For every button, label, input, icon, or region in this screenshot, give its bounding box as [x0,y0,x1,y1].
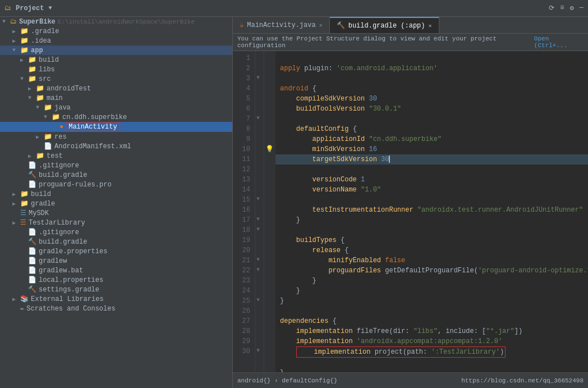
tree-item-src[interactable]: ▼ 📁 src [0,74,232,84]
label: libs [39,66,55,74]
label: .gitignore [39,162,79,170]
lightbulb-gutter: 💡 [264,51,275,372]
folder-icon: 📁 [36,84,44,93]
lib-icon: 📚 [20,295,29,303]
tree-item-settings-gradle[interactable]: 🔨 settings.gradle [0,285,232,294]
project-icon: 🗂 [4,4,11,12]
folder-icon: 📁 [44,103,52,112]
tree-item-package[interactable]: ▼ 📁 cn.ddh.superbike [0,112,232,122]
tree-item-gradle[interactable]: ▶ 📁 .gradle [0,26,232,36]
folder-icon: 📁 [44,133,52,141]
folder-icon: 📁 [20,27,29,35]
folder-icon: 📁 [36,152,44,160]
tab-label-mainactivity: MainActivity.java [247,21,315,29]
open-link[interactable]: Open (Ctrl+... [534,35,584,49]
main-activity-icon: ● [59,123,63,131]
file-icon: 📄 [28,266,36,275]
tree-item-superbike[interactable]: ▼ 🗂 SuperBike E:\install\androidWorkSpac… [0,17,232,26]
label: build [39,56,59,64]
code-editor[interactable]: apply plugin: 'com.android.application' … [275,51,588,372]
top-bar-title: Project [16,4,44,12]
tree-item-scratches[interactable]: ✏ Scratches and Consoles [0,304,232,313]
tree-item-build-root[interactable]: ▶ 📁 build [0,189,232,199]
label: .gitignore [39,229,79,236]
label: gradlew.bat [39,267,83,275]
label: TestJarLibrary [29,219,85,227]
tree-item-external-libraries[interactable]: ▶ 📚 External Libraries [0,294,232,304]
file-icon: 📄 [28,180,36,189]
tree-item-build-gradle-app[interactable]: 🔨 build.gradle [0,170,232,180]
tree-item-testjar[interactable]: ▶ ☰ TestJarLibrary [0,218,232,227]
tab-mainactivity[interactable]: ☕ MainActivity.java ✕ [233,17,330,34]
file-icon: 🔨 [28,285,36,294]
tree-item-proguard[interactable]: 📄 proguard-rules.pro [0,180,232,189]
label: gradlew [39,257,67,265]
gradle-icon: 🔨 [337,21,345,30]
dropdown-arrow[interactable]: ▼ [48,5,52,11]
boxed-line-28: implementation project(path: ':TestJarLi… [296,346,506,358]
settings-icon[interactable]: ≡ [560,4,564,12]
tree-item-java[interactable]: ▼ 📁 java [0,103,232,112]
file-icon: 📄 [28,161,36,170]
tree-item-main[interactable]: ▼ 📁 main [0,93,232,103]
config-icon[interactable]: ⚙ [570,4,574,12]
label: java [54,104,71,112]
tree-item-app[interactable]: ▼ 📁 app [0,45,232,55]
breadcrumb: android{} › defaultConfig{} [237,377,337,384]
label: gradle.properties [39,248,107,255]
label: gradle [31,200,55,208]
label: .gradle [31,28,59,35]
folder-icon: 📁 [28,56,36,64]
label: settings.gradle [39,286,99,294]
tree-item-test[interactable]: ▶ 📁 test [0,151,232,161]
label: src [39,75,51,83]
tree-item-res[interactable]: ▶ 📁 res [0,132,232,141]
label: local.properties [39,276,103,284]
file-icon: 📄 [28,228,36,236]
close-tab-build-gradle[interactable]: ✕ [429,22,432,29]
tree-item-gitignore-app[interactable]: 📄 .gitignore [0,161,232,170]
label: build.gradle [39,171,87,179]
tree-item-idea[interactable]: ▶ 📁 .idea [0,36,232,45]
label: androidTest [47,85,91,93]
label: cn.ddh.superbike [62,113,127,121]
tree-item-mysdk[interactable]: ☰ MySDK [0,208,232,218]
line-numbers: 12345 678910 1112131415 1617181920 21222… [233,51,255,372]
path-superbike: E:\install\androidWorkSpace\SuperBike [58,19,195,25]
label: .idea [31,37,51,45]
folder-icon: 📁 [20,36,29,45]
tree-item-manifest[interactable]: 📄 AndroidManifest.xml [0,141,232,151]
tree-item-mainactivity[interactable]: ● MainActivity [0,122,232,132]
file-icon: 📄 [28,276,36,284]
close-tab-mainactivity[interactable]: ✕ [319,22,323,29]
folder-icon: 📁 [28,65,36,74]
label: build.gradle [39,238,87,246]
tree-item-app-build[interactable]: ▶ 📁 build [0,55,232,65]
label: External Libraries [31,295,104,303]
label: AndroidManifest.xml [54,143,131,150]
tree-item-gradlew[interactable]: 📄 gradlew [0,256,232,266]
tree-item-gitignore-root[interactable]: 📄 .gitignore [0,227,232,237]
tab-build-gradle[interactable]: 🔨 build.gradle (:app) ✕ [330,17,439,34]
project-tree[interactable]: ▼ 🗂 SuperBike E:\install\androidWorkSpac… [0,17,233,388]
tree-item-gradle-root[interactable]: ▶ 📁 gradle [0,199,232,208]
scratches-icon: ✏ [20,304,24,313]
sdk-icon: ☰ [20,209,26,217]
tree-item-gradle-properties[interactable]: 📄 gradle.properties [0,247,232,256]
highlighted-line-10: targetSdkVersion 30 [275,154,588,165]
toolbar-icons: ⟳ ≡ ⚙ — [549,4,584,12]
tree-item-androidtest[interactable]: ▶ 📁 androidTest [0,84,232,93]
label-superbike: SuperBike [19,18,56,26]
sync-icon[interactable]: ⟳ [549,4,554,12]
tree-item-libs[interactable]: 📁 libs [0,65,232,74]
folder-icon: 📁 [36,94,44,102]
tree-item-gradlew-bat[interactable]: 📄 gradlew.bat [0,266,232,275]
minimize-icon[interactable]: — [580,4,584,12]
tree-item-build-gradle-root[interactable]: 🔨 build.gradle [0,237,232,247]
tree-item-local-properties[interactable]: 📄 local.properties [0,275,232,285]
editor-status-bar: android{} › defaultConfig{} https://blog… [233,372,588,388]
editor-area: ☕ MainActivity.java ✕ 🔨 build.gradle (:a… [233,17,588,388]
top-bar: 🗂 Project ▼ ⟳ ≡ ⚙ — [0,0,588,17]
fold-gutter: ▼ ▼ ▼ ▼ ▼ ▼ ▼ [255,51,264,372]
file-icon: 📄 [28,257,36,265]
